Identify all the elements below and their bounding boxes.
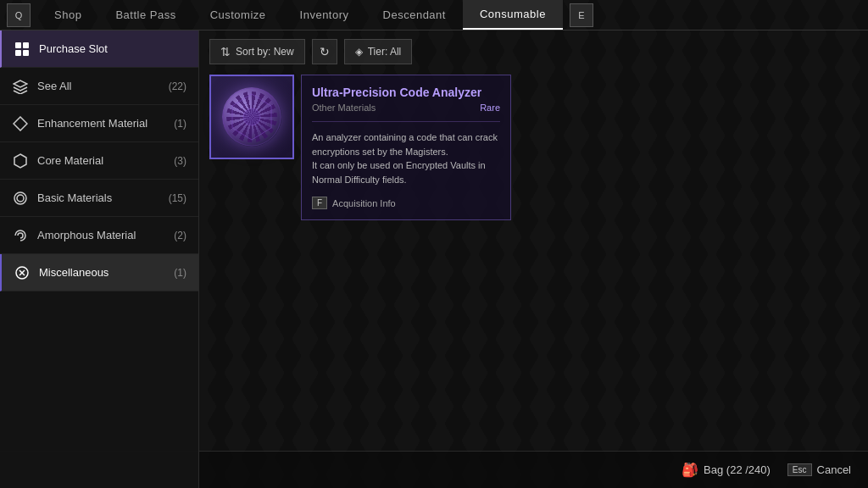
item-card-container: Ultra-Precision Code Analyzer Other Mate…: [209, 75, 294, 159]
sidebar-count-enhancement-material: (1): [174, 118, 186, 130]
sidebar-count-see-all: (22): [169, 80, 186, 92]
svg-point-13: [243, 108, 260, 125]
tier-icon: ◈: [355, 46, 363, 58]
layers-icon: [12, 78, 29, 95]
tooltip-rarity: Rare: [480, 103, 500, 113]
item-thumbnail[interactable]: [209, 75, 294, 159]
nav-right-key[interactable]: E: [570, 3, 593, 27]
sidebar-item-enhancement-material[interactable]: Enhancement Material (1): [0, 105, 198, 142]
circle-layers-icon: [12, 190, 29, 207]
acquisition-info-label: Acquisition Info: [332, 198, 396, 208]
sidebar-label-basic-materials: Basic Materials: [37, 191, 112, 204]
filter-bar: ⇅ Sort by: New ↻ ◈ Tier: All: [209, 37, 858, 66]
content-area: ⇅ Sort by: New ↻ ◈ Tier: All: [199, 30, 868, 488]
main-layout: Purchase Slot See All (22) Enhancement M…: [0, 30, 868, 488]
sidebar-count-amorphous-material: (2): [174, 230, 186, 241]
hexagon-icon: [12, 152, 29, 169]
tier-filter-button[interactable]: ◈ Tier: All: [344, 39, 413, 64]
svg-rect-2: [15, 50, 21, 56]
nav-customize[interactable]: Customize: [193, 0, 283, 30]
svg-rect-0: [15, 42, 21, 48]
nav-consumable[interactable]: Consumable: [463, 0, 563, 30]
sidebar-item-see-all[interactable]: See All (22): [0, 68, 198, 105]
sidebar-item-miscellaneous[interactable]: Miscellaneous (1): [0, 254, 198, 291]
refresh-button[interactable]: ↻: [312, 39, 337, 64]
svg-rect-3: [23, 50, 29, 56]
diamond-icon: [12, 115, 29, 132]
sidebar-count-miscellaneous: (1): [174, 267, 186, 279]
sort-button[interactable]: ⇅ Sort by: New: [209, 39, 305, 64]
tooltip-category: Other Materials: [312, 103, 376, 113]
sidebar-label-enhancement-material: Enhancement Material: [37, 117, 147, 130]
sort-label: Sort by: New: [236, 46, 294, 58]
nav-battle-pass[interactable]: Battle Pass: [98, 0, 192, 30]
sidebar-item-purchase-slot[interactable]: Purchase Slot: [0, 30, 198, 68]
nav-left-key[interactable]: Q: [7, 3, 31, 27]
sidebar-label-core-material: Core Material: [37, 154, 103, 167]
sidebar-item-basic-materials[interactable]: Basic Materials (15): [0, 180, 198, 217]
item-orb: [222, 87, 281, 147]
grid-icon: [14, 41, 31, 58]
item-grid: Ultra-Precision Code Analyzer Other Mate…: [209, 75, 858, 159]
tooltip-subtitle-row: Other Materials Rare: [312, 103, 500, 113]
svg-point-6: [14, 192, 26, 204]
nav-descendant[interactable]: Descendant: [366, 0, 463, 30]
svg-rect-1: [23, 42, 29, 48]
sidebar-label-purchase-slot: Purchase Slot: [39, 42, 108, 55]
sidebar-label-amorphous-material: Amorphous Material: [37, 229, 136, 241]
sidebar-count-basic-materials: (15): [169, 192, 186, 204]
nav-shop[interactable]: Shop: [37, 0, 98, 30]
refresh-icon: ↻: [320, 45, 330, 58]
sidebar-label-miscellaneous: Miscellaneous: [39, 266, 108, 279]
sidebar-item-core-material[interactable]: Core Material (3): [0, 142, 198, 180]
spiral-icon: [12, 227, 29, 244]
tooltip-divider: [312, 121, 500, 122]
item-tooltip: Ultra-Precision Code Analyzer Other Mate…: [301, 75, 511, 220]
sidebar: Purchase Slot See All (22) Enhancement M…: [0, 30, 199, 488]
tooltip-description: An analyzer containing a code that can c…: [312, 130, 500, 186]
top-navigation: Q Shop Battle Pass Customize Inventory D…: [0, 0, 868, 30]
tooltip-title: Ultra-Precision Code Analyzer: [312, 86, 500, 99]
tooltip-action[interactable]: F Acquisition Info: [312, 197, 500, 209]
svg-marker-4: [14, 117, 27, 130]
circle-x-icon: [14, 264, 31, 281]
acquisition-info-key: F: [312, 197, 327, 209]
nav-inventory[interactable]: Inventory: [283, 0, 366, 30]
sidebar-count-core-material: (3): [174, 155, 186, 167]
sort-icon: ⇅: [220, 45, 231, 58]
svg-marker-5: [14, 154, 26, 168]
sidebar-label-see-all: See All: [37, 80, 71, 92]
sidebar-item-amorphous-material[interactable]: Amorphous Material (2): [0, 217, 198, 254]
tier-label: Tier: All: [368, 46, 402, 58]
svg-point-7: [17, 195, 24, 202]
